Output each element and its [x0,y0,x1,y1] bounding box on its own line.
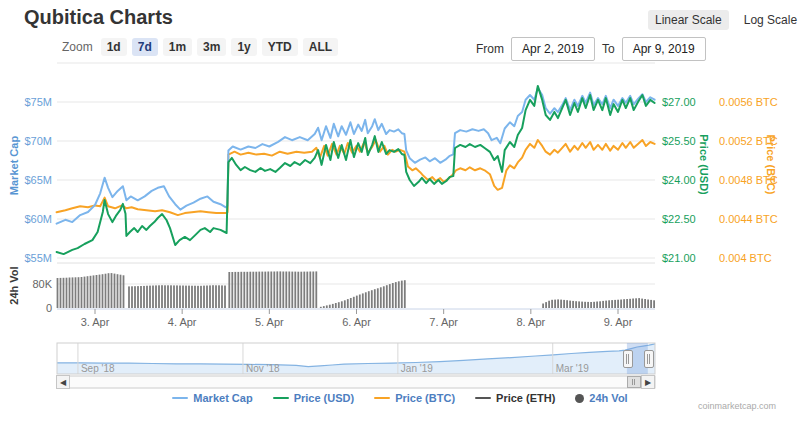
volume-bar [212,285,214,308]
volume-bar [587,302,589,308]
scrollbar-right-arrow[interactable]: ▶ [641,375,655,389]
volume-bar [252,272,254,308]
legend-item-24h-vol[interactable]: 24h Vol [575,392,627,404]
volume-bar [176,285,178,308]
volume-bar [170,285,172,308]
volume-bar [551,300,553,308]
scrollbar-track[interactable] [57,376,655,388]
volume-bar [60,278,62,308]
volume-bar [365,292,367,308]
legend-dot-marker [575,394,584,403]
date-range-controls: From To [476,37,706,61]
legend-item-price-btc-[interactable]: Price (BTC) [374,392,455,404]
scale-toggle: Linear Scale Log Scale [648,10,800,30]
volume-bar [255,272,257,308]
volume-bar [632,299,634,309]
volume-bar [72,277,74,308]
navigator-area [57,344,655,374]
volume-bar [188,286,190,308]
volume-bar [102,274,104,308]
volume-bar [81,277,83,308]
volume-bar [137,286,139,308]
volume-bar [315,271,317,308]
watermark: coinmarketcap.com [698,401,776,411]
legend-item-price-usd-[interactable]: Price (USD) [273,392,355,404]
volume-bar [185,286,187,308]
from-label: From [476,42,504,56]
volume-bar [617,300,619,308]
volume-bar [173,285,175,308]
to-label: To [602,42,615,56]
volume-bar [629,299,631,308]
volume-bar [182,286,184,309]
volume-bar [563,300,565,308]
legend-item-market-cap[interactable]: Market Cap [172,392,252,404]
price-usd-line [57,86,655,254]
range-button-1y[interactable]: 1y [231,38,256,56]
volume-bar [167,285,169,308]
volume-bar [590,302,592,308]
volume-bar [401,281,403,308]
volume-bar [641,299,643,308]
volume-bar [392,283,394,308]
volume-bar [87,276,89,308]
scrollbar-thumb[interactable] [627,376,641,388]
volume-bar [581,302,583,308]
volume-bar [209,285,211,308]
legend-line-marker [475,397,491,399]
volume-bar [134,286,136,308]
volume-bar [215,285,217,308]
volume-bar [206,286,208,309]
volume-bar [377,288,379,308]
volume-bar [620,300,622,309]
legend-item-label: Price (USD) [294,392,355,404]
to-date-input[interactable] [622,37,706,61]
volume-bar [356,296,358,308]
from-date-input[interactable] [511,37,595,61]
volume-bar [231,272,233,308]
volume-bar [264,272,266,308]
range-button-all[interactable]: ALL [303,38,338,56]
range-button-3m[interactable]: 3m [197,38,226,56]
navigator-left-handle[interactable] [623,350,633,368]
volume-bar [288,272,290,309]
legend-item-label: 24h Vol [589,392,627,404]
linear-scale-button[interactable]: Linear Scale [648,10,729,30]
volume-bar [545,302,547,308]
range-button-7d[interactable]: 7d [132,38,158,56]
volume-bar [111,273,113,308]
volume-bar [282,272,284,309]
legend-item-price-eth-[interactable]: Price (ETH) [475,392,555,404]
volume-bar [389,284,391,308]
volume-bar [554,300,556,308]
volume-bar [140,286,142,308]
volume-bar [578,301,580,308]
volume-bar [228,272,230,308]
scrollbar-left-arrow[interactable]: ◀ [56,375,70,389]
legend-item-label: Market Cap [193,392,252,404]
volume-bar [398,281,400,308]
range-button-ytd[interactable]: YTD [262,38,298,56]
volume-bar [117,274,119,308]
volume-bar [593,302,595,308]
range-button-1d[interactable]: 1d [101,38,127,56]
navigator-right-handle[interactable] [644,350,654,368]
volume-bar [303,272,305,308]
volume-bar [179,286,181,309]
volume-bar [371,290,373,308]
volume-bar [146,286,148,308]
volume-bar [194,286,196,308]
range-button-1m[interactable]: 1m [163,38,192,56]
volume-bar [294,272,296,308]
volume-bar [626,299,628,308]
volume-bar [326,305,328,308]
volume-bar [566,300,568,308]
volume-bar [105,274,107,308]
volume-bar [128,286,130,308]
volume-bar [267,272,269,309]
volume-bar [614,300,616,308]
volume-bar [329,305,331,308]
log-scale-button[interactable]: Log Scale [737,10,800,30]
volume-bar [203,286,205,308]
volume-bar [57,278,59,308]
